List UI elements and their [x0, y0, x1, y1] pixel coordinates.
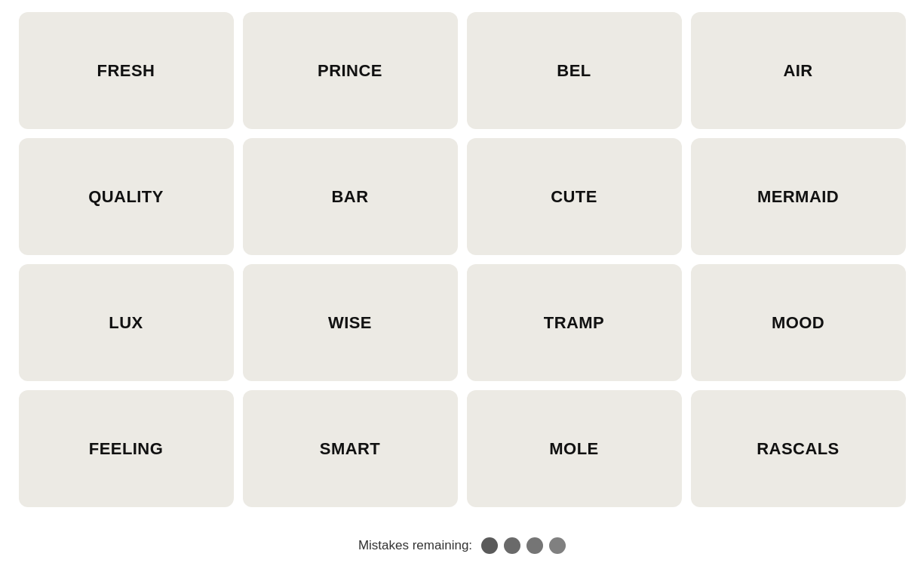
tile-label-feeling: FEELING	[89, 439, 163, 459]
tile-lux[interactable]: LUX	[19, 264, 234, 381]
footer: Mistakes remaining:	[358, 537, 566, 554]
tile-label-lux: LUX	[109, 313, 143, 333]
tile-label-smart: SMART	[320, 439, 380, 459]
tile-smart[interactable]: SMART	[243, 390, 458, 507]
tile-label-quality: QUALITY	[88, 187, 164, 207]
mistakes-label: Mistakes remaining:	[358, 538, 472, 553]
tile-prince[interactable]: PRINCE	[243, 12, 458, 129]
tile-mood[interactable]: MOOD	[691, 264, 906, 381]
tile-label-mermaid: MERMAID	[757, 187, 839, 207]
tile-label-cute: CUTE	[551, 187, 597, 207]
mistake-dots	[481, 537, 566, 554]
tile-label-wise: WISE	[328, 313, 372, 333]
tile-label-prince: PRINCE	[318, 61, 382, 81]
tile-label-fresh: FRESH	[97, 61, 155, 81]
tile-wise[interactable]: WISE	[243, 264, 458, 381]
tile-label-tramp: TRAMP	[544, 313, 604, 333]
mistake-dot-2	[504, 537, 520, 554]
tile-label-mood: MOOD	[772, 313, 824, 333]
word-grid: FRESHPRINCEBELAIRQUALITYBARCUTEMERMAIDLU…	[19, 12, 906, 507]
tile-label-rascals: RASCALS	[757, 439, 839, 459]
tile-air[interactable]: AIR	[691, 12, 906, 129]
tile-mole[interactable]: MOLE	[467, 390, 682, 507]
mistake-dot-3	[526, 537, 543, 554]
tile-label-mole: MOLE	[549, 439, 598, 459]
tile-label-bar: BAR	[332, 187, 369, 207]
tile-quality[interactable]: QUALITY	[19, 138, 234, 255]
tile-bel[interactable]: BEL	[467, 12, 682, 129]
tile-bar[interactable]: BAR	[243, 138, 458, 255]
mistake-dot-4	[549, 537, 566, 554]
tile-rascals[interactable]: RASCALS	[691, 390, 906, 507]
tile-cute[interactable]: CUTE	[467, 138, 682, 255]
tile-label-air: AIR	[783, 61, 812, 81]
mistake-dot-1	[481, 537, 498, 554]
tile-fresh[interactable]: FRESH	[19, 12, 234, 129]
tile-label-bel: BEL	[557, 61, 591, 81]
tile-mermaid[interactable]: MERMAID	[691, 138, 906, 255]
tile-feeling[interactable]: FEELING	[19, 390, 234, 507]
tile-tramp[interactable]: TRAMP	[467, 264, 682, 381]
